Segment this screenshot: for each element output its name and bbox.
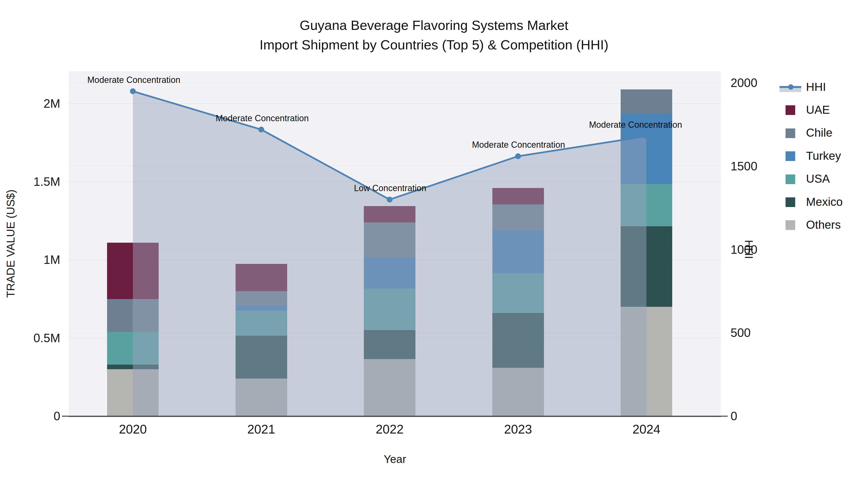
y-right-axis-title: HHI — [742, 240, 755, 259]
legend-label-usa: USA — [806, 172, 830, 185]
y-left-tick-1.5M: 1.5M — [17, 175, 60, 189]
legend-swatch-chile — [785, 128, 795, 138]
x-axis-line — [69, 416, 721, 417]
annotation-2023: Moderate Concentration — [472, 140, 565, 150]
y-left-tick-0: 0 — [17, 409, 60, 423]
legend-label-hhi: HHI — [806, 80, 826, 94]
y-right-tick-1500: 1500 — [731, 159, 757, 173]
hhi-legend-marker — [788, 84, 794, 90]
chart-title: Guyana Beverage Flavoring Systems Market… — [0, 15, 868, 55]
x-tick-2021: 2021 — [247, 422, 275, 436]
legend-swatch-others — [785, 220, 795, 230]
chart-figure: Guyana Beverage Flavoring Systems Market… — [0, 0, 868, 488]
chart-title-line2: Import Shipment by Countries (Top 5) & C… — [0, 35, 868, 55]
y-right-zero-tick — [721, 416, 728, 417]
hhi-marker-2023 — [515, 153, 521, 159]
annotation-2020: Moderate Concentration — [87, 75, 180, 85]
hhi-legend-sample-icon — [779, 82, 801, 93]
y-left-tick-2M: 2M — [17, 97, 60, 110]
annotation-2022: Low Concentration — [354, 183, 426, 193]
hhi-marker-2024 — [644, 133, 649, 139]
legend-label-uae: UAE — [806, 103, 830, 117]
legend-swatch-usa — [785, 174, 795, 184]
x-tick-2023: 2023 — [504, 422, 532, 436]
annotation-2024: Moderate Concentration — [589, 120, 682, 130]
y-left-tick-0.5M: 0.5M — [17, 331, 60, 345]
hhi-marker-2022 — [387, 197, 393, 202]
hhi-marker-2021 — [258, 127, 264, 133]
y-left-axis-title: TRADE VALUE (US$) — [4, 189, 17, 298]
legend-swatch-uae — [785, 105, 795, 115]
legend-label-others: Others — [806, 218, 841, 231]
y-right-tick-500: 500 — [731, 326, 751, 340]
hhi-marker-2020 — [130, 89, 136, 94]
x-tick-2024: 2024 — [632, 422, 660, 436]
y-left-tick-1M: 1M — [17, 253, 60, 267]
y-right-tick-0: 0 — [731, 409, 737, 423]
annotation-2021: Moderate Concentration — [216, 113, 309, 123]
legend-label-turkey: Turkey — [806, 149, 841, 162]
y-left-zero-tick — [62, 416, 69, 417]
hhi-area-fill — [133, 91, 646, 416]
x-tick-2020: 2020 — [119, 422, 147, 436]
x-tick-2022: 2022 — [376, 422, 404, 436]
chart-title-line1: Guyana Beverage Flavoring Systems Market — [0, 15, 868, 35]
legend-swatch-turkey — [785, 151, 795, 161]
y-right-tick-2000: 2000 — [731, 76, 757, 90]
legend-label-chile: Chile — [806, 126, 832, 139]
x-axis-title: Year — [384, 453, 406, 465]
legend-swatch-mexico — [785, 197, 795, 207]
legend-label-mexico: Mexico — [806, 195, 843, 208]
